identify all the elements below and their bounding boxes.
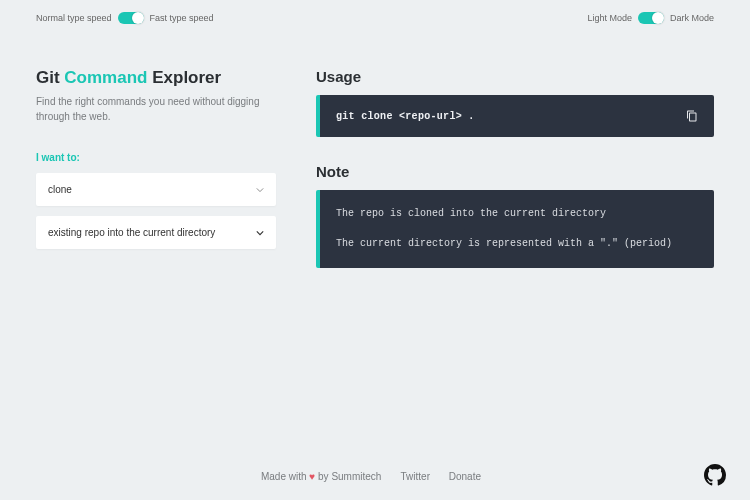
- speed-fast-label: Fast type speed: [150, 13, 214, 23]
- github-icon[interactable]: [704, 464, 726, 486]
- toggle-knob: [132, 12, 144, 24]
- chevron-down-icon: [256, 186, 264, 194]
- footer-made-prefix: Made with: [261, 471, 307, 482]
- title-word-2: Command: [64, 68, 147, 87]
- toggle-knob: [652, 12, 664, 24]
- title-word-1: Git: [36, 68, 60, 87]
- page-title: Git Command Explorer: [36, 68, 276, 88]
- right-panel: Usage git clone <repo-url> . Note The re…: [316, 68, 714, 268]
- note-box: The repo is cloned into the current dire…: [316, 190, 714, 268]
- twitter-link[interactable]: Twitter: [401, 471, 430, 482]
- footer: Made with ♥ by Summitech Twitter Donate: [0, 471, 750, 482]
- speed-normal-label: Normal type speed: [36, 13, 112, 23]
- left-panel: Git Command Explorer Find the right comm…: [36, 68, 276, 268]
- usage-code-box: git clone <repo-url> .: [316, 95, 714, 137]
- footer-made-suffix: by Summitech: [318, 471, 381, 482]
- note-line-2: The current directory is represented wit…: [336, 236, 698, 252]
- light-mode-label: Light Mode: [587, 13, 632, 23]
- copy-icon[interactable]: [686, 109, 698, 123]
- chevron-down-icon: [256, 229, 264, 237]
- page-subtitle: Find the right commands you need without…: [36, 94, 276, 124]
- theme-toggle[interactable]: [638, 12, 664, 24]
- note-heading: Note: [316, 163, 714, 180]
- secondary-select-value: existing repo into the current directory: [48, 227, 215, 238]
- type-speed-toggle-group: Normal type speed Fast type speed: [36, 12, 214, 24]
- title-word-3: Explorer: [152, 68, 221, 87]
- note-line-1: The repo is cloned into the current dire…: [336, 206, 698, 222]
- secondary-select[interactable]: existing repo into the current directory: [36, 216, 276, 249]
- type-speed-toggle[interactable]: [118, 12, 144, 24]
- donate-link[interactable]: Donate: [449, 471, 481, 482]
- usage-command: git clone <repo-url> .: [336, 111, 475, 122]
- main-content: Git Command Explorer Find the right comm…: [0, 28, 750, 268]
- heart-icon: ♥: [309, 471, 315, 482]
- top-bar: Normal type speed Fast type speed Light …: [0, 0, 750, 28]
- theme-toggle-group: Light Mode Dark Mode: [587, 12, 714, 24]
- usage-heading: Usage: [316, 68, 714, 85]
- primary-select-value: clone: [48, 184, 72, 195]
- dark-mode-label: Dark Mode: [670, 13, 714, 23]
- prompt-label: I want to:: [36, 152, 276, 163]
- primary-select[interactable]: clone: [36, 173, 276, 206]
